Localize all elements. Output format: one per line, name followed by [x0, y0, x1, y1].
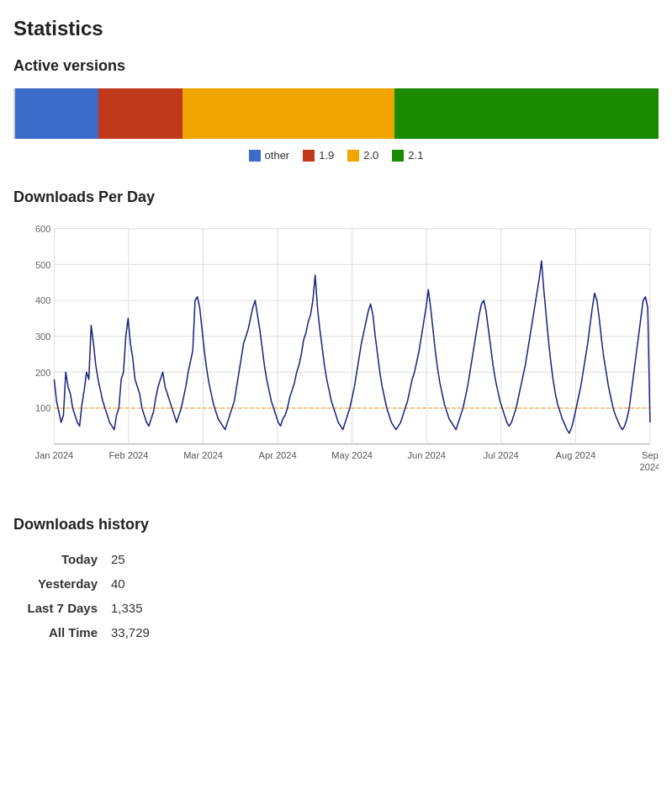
downloads-history-section: Downloads history Today25Yesterday40Last…: [13, 516, 659, 645]
svg-text:300: 300: [35, 332, 50, 342]
svg-text:Jan 2024: Jan 2024: [35, 449, 74, 459]
page-title: Statistics: [13, 17, 659, 40]
downloads-chart: 100200300400500600Jan 2024Feb 2024Mar 20…: [13, 220, 659, 489]
history-value: 1,335: [111, 601, 143, 615]
legend-item-2.1: 2.1: [392, 149, 423, 162]
history-row: Today25: [13, 547, 659, 571]
downloads-per-day-heading: Downloads Per Day: [13, 188, 659, 206]
downloads-per-day-section: Downloads Per Day 100200300400500600Jan …: [13, 188, 659, 489]
history-label: Yesterday: [13, 576, 98, 591]
version-segment-2.0: [183, 88, 394, 139]
svg-text:600: 600: [35, 224, 50, 234]
legend-label-2.1: 2.1: [408, 149, 423, 162]
history-value: 25: [111, 552, 125, 566]
legend-swatch-2.0: [347, 150, 359, 162]
svg-text:Aug 2024: Aug 2024: [556, 449, 596, 459]
legend-swatch-1.9: [303, 150, 315, 162]
svg-text:500: 500: [35, 259, 50, 269]
legend-item-other: other: [249, 149, 290, 162]
active-versions-section: Active versions other1.92.02.1: [13, 57, 659, 162]
versions-legend: other1.92.02.1: [13, 149, 659, 162]
history-label: Last 7 Days: [13, 601, 98, 615]
svg-text:400: 400: [35, 295, 50, 305]
legend-item-1.9: 1.9: [303, 149, 334, 162]
legend-label-2.0: 2.0: [363, 149, 378, 162]
versions-bar: [13, 88, 659, 139]
history-row: All Time33,729: [13, 620, 659, 645]
version-segment-other: [15, 88, 98, 139]
history-row: Last 7 Days1,335: [13, 596, 659, 620]
history-value: 33,729: [111, 625, 150, 639]
legend-label-other: other: [265, 149, 290, 162]
svg-text:100: 100: [35, 403, 50, 413]
svg-text:Jul 2024: Jul 2024: [484, 449, 520, 459]
svg-text:Apr 2024: Apr 2024: [259, 449, 298, 459]
version-segment-1.9: [98, 88, 182, 139]
history-label: Today: [13, 552, 98, 566]
svg-text:Jun 2024: Jun 2024: [407, 449, 446, 459]
svg-text:Mar 2024: Mar 2024: [183, 449, 223, 459]
legend-label-1.9: 1.9: [319, 149, 334, 162]
history-label: All Time: [13, 625, 98, 639]
legend-swatch-other: [249, 150, 261, 162]
history-table: Today25Yesterday40Last 7 Days1,335All Ti…: [13, 547, 659, 645]
legend-swatch-2.1: [392, 150, 404, 162]
svg-text:Feb 2024: Feb 2024: [109, 449, 149, 459]
history-value: 40: [111, 576, 125, 591]
svg-text:May 2024: May 2024: [331, 449, 373, 459]
history-row: Yesterday40: [13, 571, 659, 596]
svg-text:Sep2024: Sep2024: [640, 449, 659, 471]
active-versions-heading: Active versions: [13, 57, 659, 75]
version-segment-2.1: [394, 88, 659, 139]
legend-item-2.0: 2.0: [347, 149, 378, 162]
downloads-history-heading: Downloads history: [13, 516, 659, 533]
svg-text:200: 200: [35, 367, 50, 377]
